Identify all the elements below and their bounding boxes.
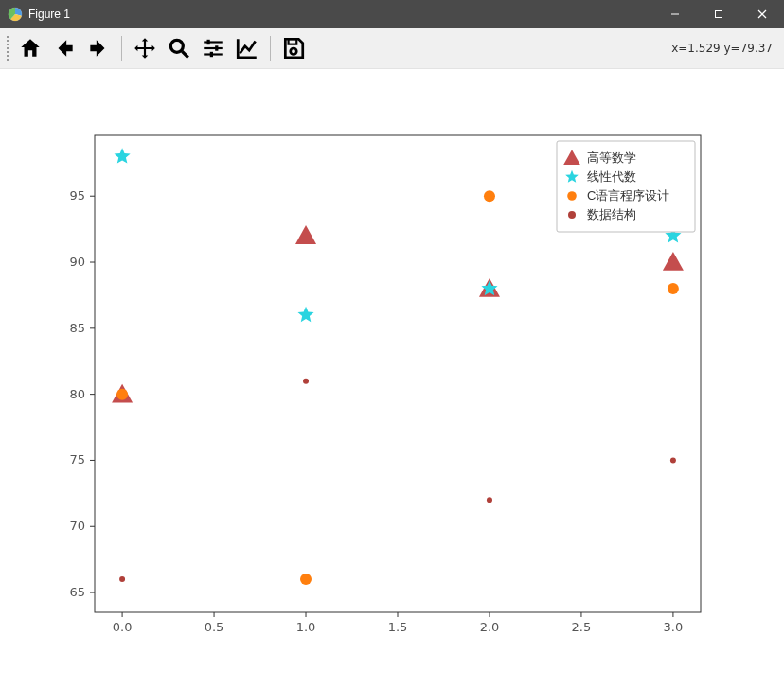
svg-text:1.0: 1.0 (296, 620, 316, 634)
svg-line-6 (182, 51, 188, 58)
svg-rect-8 (207, 40, 210, 44)
chart-line-icon (235, 36, 259, 61)
toolbar-separator (121, 36, 122, 61)
svg-text:高等数学: 高等数学 (587, 150, 636, 165)
cursor-coordinates: x=1.529 y=79.37 (671, 42, 778, 55)
svg-point-14 (291, 48, 297, 55)
svg-text:0.5: 0.5 (205, 620, 224, 634)
svg-point-50 (487, 497, 492, 503)
svg-text:1.5: 1.5 (388, 620, 408, 634)
edit-axes-button[interactable] (231, 32, 263, 64)
svg-text:65: 65 (69, 585, 85, 599)
app-icon (8, 7, 23, 22)
toolbar-grip (6, 35, 9, 62)
svg-text:2.5: 2.5 (572, 620, 592, 634)
svg-text:70: 70 (69, 519, 85, 533)
window-title: Figure 1 (28, 8, 70, 21)
svg-text:90: 90 (69, 255, 85, 269)
svg-text:3.0: 3.0 (664, 620, 684, 634)
home-icon (18, 36, 43, 61)
save-icon (281, 36, 306, 61)
svg-rect-13 (289, 39, 297, 44)
close-button[interactable] (740, 0, 784, 28)
matplotlib-toolbar: x=1.529 y=79.37 (0, 28, 784, 69)
arrow-right-icon (86, 36, 111, 61)
pan-button[interactable] (129, 32, 161, 64)
svg-rect-2 (716, 11, 722, 18)
back-button[interactable] (48, 32, 80, 64)
svg-rect-10 (215, 45, 218, 50)
zoom-icon (167, 36, 191, 61)
toolbar-separator (270, 36, 271, 61)
configure-subplots-button[interactable] (197, 32, 229, 64)
svg-point-5 (170, 40, 183, 52)
window-titlebar: Figure 1 (0, 0, 784, 28)
sliders-icon (201, 36, 225, 61)
svg-point-55 (567, 191, 577, 201)
save-button[interactable] (277, 32, 310, 64)
svg-text:85: 85 (69, 321, 85, 335)
svg-text:80: 80 (69, 387, 85, 401)
scatter-plot: 0.00.51.01.52.02.53.065707580859095高等数学线… (0, 69, 784, 689)
svg-text:C语言程序设计: C语言程序设计 (587, 188, 669, 203)
maximize-button[interactable] (697, 0, 740, 28)
svg-point-49 (303, 379, 309, 384)
svg-point-57 (568, 211, 576, 219)
svg-point-46 (484, 190, 495, 202)
svg-point-44 (116, 389, 128, 400)
svg-text:95: 95 (69, 188, 85, 203)
svg-rect-12 (210, 52, 213, 57)
home-button[interactable] (14, 32, 46, 64)
svg-point-48 (119, 576, 125, 582)
svg-point-51 (670, 457, 676, 463)
minimize-button[interactable] (653, 0, 697, 28)
arrow-left-icon (52, 36, 77, 61)
svg-point-47 (668, 283, 679, 294)
svg-text:数据结构: 数据结构 (587, 207, 636, 221)
forward-button[interactable] (82, 32, 115, 64)
svg-text:0.0: 0.0 (113, 620, 133, 634)
svg-point-45 (300, 574, 312, 585)
svg-text:75: 75 (69, 452, 85, 467)
svg-text:线性代数: 线性代数 (587, 169, 636, 184)
figure-canvas[interactable]: 0.00.51.01.52.02.53.065707580859095高等数学线… (0, 69, 784, 689)
zoom-button[interactable] (163, 32, 195, 64)
move-icon (133, 36, 157, 61)
svg-text:2.0: 2.0 (480, 620, 500, 634)
